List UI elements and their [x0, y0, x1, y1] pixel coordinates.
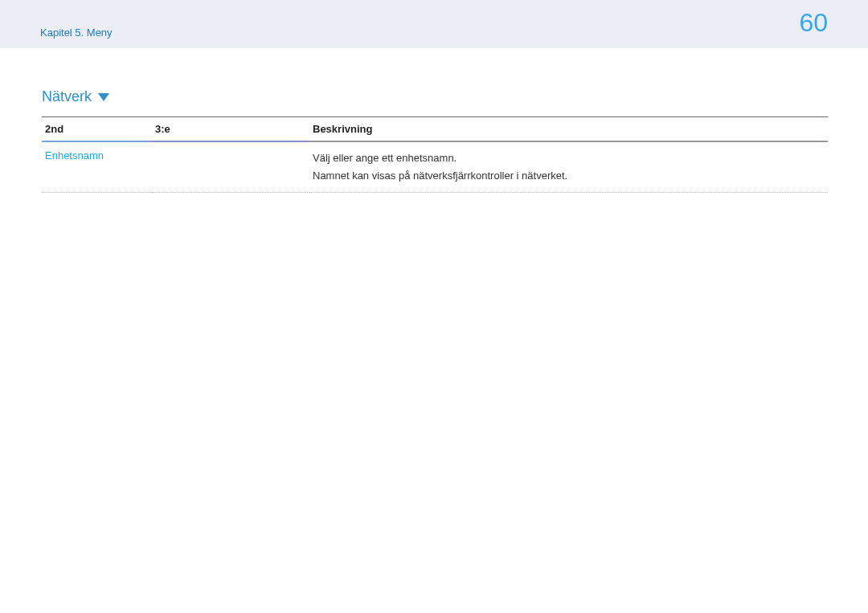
desc-line-1: Välj eller ange ett enhetsnamn.	[313, 149, 825, 167]
table-header-row: 2nd 3:e Beskrivning	[42, 117, 828, 142]
cell-enhetsnamn: Enhetsnamn	[42, 141, 152, 193]
dropdown-icon	[98, 93, 109, 101]
settings-table: 2nd 3:e Beskrivning Enhetsnamn Välj elle…	[42, 116, 828, 193]
section-title-natverk[interactable]: Nätverk	[42, 88, 109, 105]
desc-line-2: Namnet kan visas på nätverksfjärrkontrol…	[313, 167, 825, 185]
page-content: Nätverk 2nd 3:e Beskrivning Enhetsnamn V…	[0, 48, 868, 193]
cell-description: Välj eller ange ett enhetsnamn. Namnet k…	[309, 141, 828, 193]
page-header: Kapitel 5. Meny 60	[0, 0, 868, 48]
breadcrumb: Kapitel 5. Meny	[40, 27, 113, 39]
table-row: Enhetsnamn Välj eller ange ett enhetsnam…	[42, 141, 828, 193]
section-title-label: Nätverk	[42, 88, 92, 105]
table-header-3e: 3:e	[152, 117, 309, 142]
page-number: 60	[799, 2, 828, 38]
cell-3e-empty	[152, 141, 309, 193]
table-header-beskrivning: Beskrivning	[309, 117, 828, 142]
table-header-2nd: 2nd	[42, 117, 152, 142]
